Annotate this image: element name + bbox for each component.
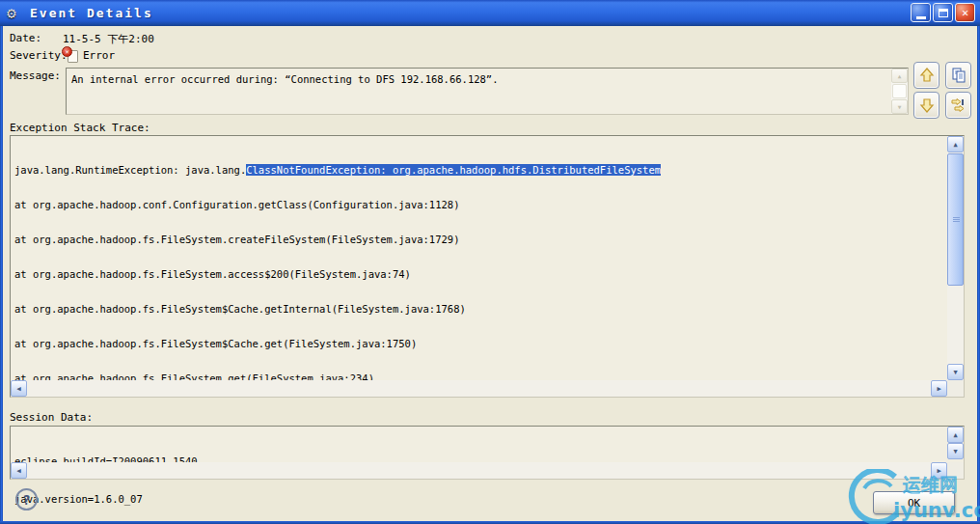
session-line: java.version=1.6.0_07	[14, 493, 198, 506]
stack-trace-text: java.lang.RuntimeException: java.lang.Cl…	[11, 136, 947, 380]
scroll-thumb	[892, 84, 907, 98]
up-arrow-icon	[919, 68, 935, 83]
scroll-left-icon[interactable]: ◀	[11, 380, 27, 397]
window-border-left	[0, 0, 3, 524]
ok-button-label: OK	[908, 497, 920, 510]
next-event-button[interactable]	[913, 92, 939, 119]
gear-icon: ⚙	[7, 5, 23, 21]
stack-trace-line: at org.apache.hadoop.conf.Configuration.…	[14, 199, 947, 210]
scroll-left-icon[interactable]: ◀	[11, 462, 27, 479]
date-label: Date:	[10, 32, 41, 44]
exception-prefix: java.lang.RuntimeException: java.lang.	[14, 164, 246, 176]
date-value: 11-5-5 下午2:00	[63, 32, 154, 46]
minimize-icon	[916, 16, 926, 19]
scroll-right-icon[interactable]: ▶	[931, 462, 947, 479]
scroll-up-icon: ▲	[891, 69, 908, 83]
scroll-down-icon[interactable]: ▼	[947, 364, 964, 380]
down-arrow-icon	[919, 97, 935, 113]
message-scrollbar: ▲ ▼	[891, 69, 908, 114]
stack-trace-line: java.lang.RuntimeException: java.lang.Cl…	[14, 164, 947, 176]
window-title: Event Details	[30, 6, 153, 20]
severity-label: Severity:	[10, 49, 68, 62]
horizontal-scrollbar[interactable]: ◀ ▶	[11, 462, 947, 479]
scroll-thumb[interactable]	[947, 153, 964, 286]
session-data-label: Session Data:	[10, 411, 93, 424]
copy-icon	[951, 68, 966, 83]
stack-trace-line: at org.apache.hadoop.fs.FileSystem.creat…	[14, 234, 947, 245]
stack-trace-box[interactable]: java.lang.RuntimeException: java.lang.Cl…	[10, 135, 965, 398]
minimize-button[interactable]	[911, 3, 931, 22]
horizontal-scrollbar[interactable]: ◀ ▶	[11, 380, 947, 397]
close-icon: ✕	[962, 7, 968, 18]
session-data-box[interactable]: eclipse.buildId=I20090611-1540 java.vers…	[10, 426, 965, 480]
scrollbar-corner	[947, 462, 964, 479]
maximize-icon	[939, 9, 948, 17]
scroll-up-icon[interactable]: ▲	[947, 136, 964, 152]
stack-trace-line: at org.apache.hadoop.fs.FileSystem$Cache…	[14, 338, 947, 349]
event-details-dialog: ⚙ Event Details ✕ Date: 11-5-5 下午2:00 Se…	[0, 0, 980, 524]
stack-trace-line: at org.apache.hadoop.fs.FileSystem.acces…	[14, 268, 947, 280]
selected-text: ClassNotFoundException: org.apache.hadoo…	[246, 164, 661, 176]
window-controls: ✕	[911, 3, 975, 22]
titlebar[interactable]: ⚙ Event Details ✕	[0, 0, 980, 26]
close-button[interactable]: ✕	[955, 3, 975, 22]
error-icon: ✕	[62, 46, 78, 63]
vertical-scrollbar[interactable]: ▲ ▼	[947, 136, 964, 380]
scroll-down-icon: ▼	[891, 99, 908, 114]
scroll-right-icon[interactable]: ▶	[931, 380, 947, 397]
stack-trace-label: Exception Stack Trace:	[10, 122, 150, 134]
maximize-button[interactable]	[933, 3, 953, 22]
stack-trace-line: at org.apache.hadoop.fs.FileSystem.get(F…	[14, 372, 947, 380]
question-mark-icon: ?	[22, 492, 30, 508]
scroll-down-icon[interactable]: ▼	[947, 443, 964, 459]
message-box[interactable]: An internal error occurred during: “Conn…	[66, 68, 909, 115]
ok-button[interactable]: OK	[873, 491, 955, 514]
scroll-up-icon[interactable]: ▲	[947, 427, 964, 443]
message-text: An internal error occurred during: “Conn…	[71, 73, 499, 85]
scrollbar-corner	[947, 380, 964, 397]
import-log-button[interactable]	[945, 92, 971, 119]
message-label: Message:	[10, 69, 61, 82]
double-arrow-right-icon	[951, 97, 966, 113]
severity-value: Error	[83, 49, 115, 62]
copy-event-button[interactable]	[945, 62, 971, 89]
stack-trace-line: at org.apache.hadoop.fs.FileSystem$Cache…	[14, 303, 947, 315]
help-button[interactable]: ?	[15, 488, 38, 510]
previous-event-button[interactable]	[913, 62, 939, 89]
